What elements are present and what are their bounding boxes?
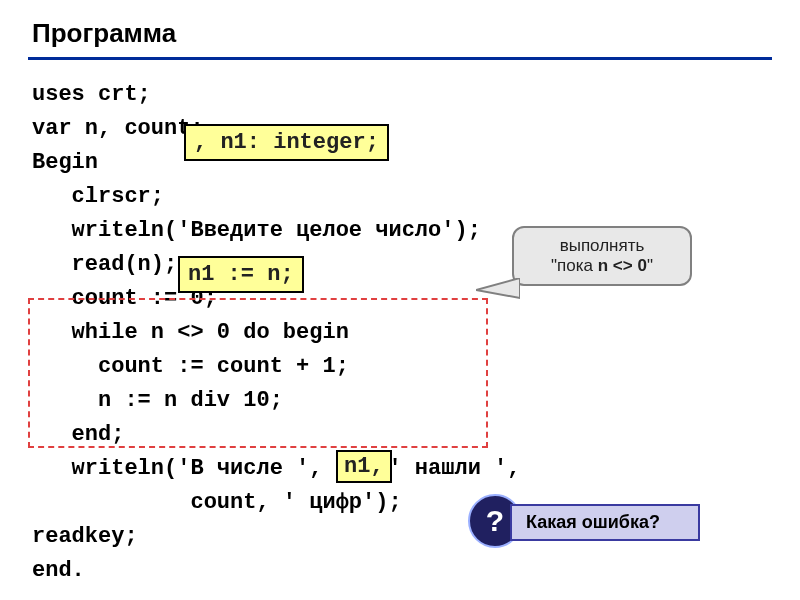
speech-line1: выполнять bbox=[528, 236, 676, 256]
speech-line2: "пока n <> 0" bbox=[528, 256, 676, 276]
slide-title: Программа bbox=[0, 0, 800, 57]
overlay-n1-ref: n1, bbox=[336, 450, 392, 483]
error-label-box: Какая ошибка? bbox=[510, 504, 700, 541]
speech-bubble: выполнять "пока n <> 0" bbox=[512, 226, 692, 286]
speech-tail bbox=[476, 278, 520, 302]
svg-marker-0 bbox=[476, 278, 520, 298]
overlay-n1-assign: n1 := n; bbox=[178, 256, 304, 293]
highlight-box-while bbox=[28, 298, 488, 448]
overlay-n1-declaration: , n1: integer; bbox=[184, 124, 389, 161]
title-separator bbox=[28, 57, 772, 60]
